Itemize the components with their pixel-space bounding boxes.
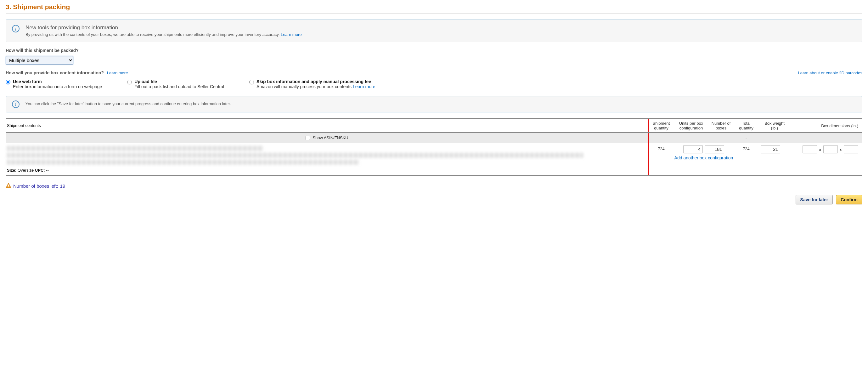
redacted-text: [7, 146, 263, 151]
packed-question: How will this shipment be packed?: [6, 48, 862, 53]
radio-upload-desc: Fill out a pack list and upload to Selle…: [134, 84, 224, 89]
dim-height-input[interactable]: [844, 145, 858, 153]
warning-icon: [6, 183, 11, 189]
radio-upload-file[interactable]: Upload file Fill out a pack list and upl…: [127, 79, 224, 89]
provide-learn-more-link[interactable]: Learn more: [107, 70, 128, 75]
show-asin-label: Show ASIN/FNSKU: [312, 136, 348, 140]
size-value: Oversize: [17, 168, 35, 173]
header-weight: Box weight (lb.): [759, 119, 790, 132]
radio-upload-input[interactable]: [127, 80, 132, 84]
section-title: 3. Shipment packing: [6, 3, 862, 13]
save-for-later-button[interactable]: Save for later: [796, 195, 833, 204]
info-box-save: i You can click the "Save for later" but…: [6, 96, 862, 113]
learn-more-link[interactable]: Learn more: [281, 32, 302, 37]
table-sub-row: Show ASIN/FNSKU -: [6, 133, 862, 143]
redacted-text: [7, 160, 359, 165]
row-totalqty: 724: [734, 143, 759, 175]
svg-rect-6: [8, 186, 9, 187]
row-shipqty: 724: [649, 143, 674, 175]
radio-web-title: Use web form: [13, 79, 102, 84]
svg-text:i: i: [15, 26, 17, 32]
radio-group: Use web form Enter box information into …: [6, 79, 862, 89]
provide-question: How will you provide box content informa…: [6, 70, 104, 75]
header-totalqty: Total quantity: [734, 119, 759, 132]
confirm-button[interactable]: Confirm: [836, 195, 862, 204]
dim-separator: x: [819, 147, 822, 152]
info-desc-text: By providing us with the contents of you…: [26, 32, 281, 37]
info-save-text: You can click the "Save for later" butto…: [26, 100, 231, 106]
radio-skip[interactable]: Skip box information and apply manual pr…: [249, 79, 375, 89]
info-title: New tools for providing box information: [26, 25, 302, 31]
add-box-config-link[interactable]: Add another box configuration: [674, 155, 734, 160]
table-row: Size: Oversize UPC: -- 724 Add another b…: [6, 143, 862, 176]
info-icon: i: [12, 25, 20, 33]
header-unitsper: Units per box configuration: [674, 119, 708, 132]
dim-width-input[interactable]: [823, 145, 838, 153]
header-numbox: Number of boxes: [708, 119, 734, 132]
radio-skip-learn-more[interactable]: Learn more: [353, 84, 375, 89]
info-icon: i: [12, 100, 20, 108]
size-line: Size: Oversize UPC: --: [7, 168, 647, 173]
radio-skip-desc: Amazon will manually process your box co…: [256, 84, 375, 89]
header-dims: Box dimensions (in.): [790, 119, 862, 132]
units-per-box-input[interactable]: [683, 145, 703, 153]
svg-text:i: i: [15, 101, 17, 108]
table-header-row: Shipment contents Shipment quantity Unit…: [6, 119, 862, 133]
size-label: Size:: [7, 168, 17, 173]
boxes-left-label: Number of boxes left:: [13, 183, 58, 189]
info-desc: By providing us with the contents of you…: [26, 32, 302, 37]
boxes-left-value: 19: [60, 183, 65, 189]
show-asin-checkbox[interactable]: [306, 136, 310, 140]
radio-web-form[interactable]: Use web form Enter box information into …: [6, 79, 102, 89]
radio-skip-desc-text: Amazon will manually process your box co…: [256, 84, 353, 89]
packed-select[interactable]: Multiple boxes: [6, 56, 73, 65]
redacted-text: [7, 153, 583, 158]
boxes-left: Number of boxes left: 19: [6, 183, 862, 189]
sub-totalqty-dash: -: [734, 133, 759, 143]
footer-buttons: Save for later Confirm: [6, 195, 862, 204]
radio-web-form-input[interactable]: [6, 80, 10, 84]
number-of-boxes-input[interactable]: [705, 145, 724, 153]
dim-length-input[interactable]: [803, 145, 817, 153]
radio-skip-input[interactable]: [249, 80, 254, 84]
barcode-link[interactable]: Learn about or enable 2D barcodes: [798, 70, 862, 75]
dim-separator: x: [840, 147, 842, 152]
upc-label: UPC:: [35, 168, 45, 173]
box-weight-input[interactable]: [761, 145, 780, 153]
svg-rect-5: [8, 184, 9, 186]
shipment-table: Shipment contents Shipment quantity Unit…: [6, 118, 862, 176]
info-box-tools: i New tools for providing box informatio…: [6, 19, 862, 42]
radio-skip-title: Skip box information and apply manual pr…: [256, 79, 375, 84]
header-contents: Shipment contents: [6, 119, 648, 132]
upc-value: --: [45, 168, 49, 173]
header-shipqty: Shipment quantity: [649, 119, 674, 132]
radio-web-desc: Enter box information into a form on web…: [13, 84, 102, 89]
radio-upload-title: Upload file: [134, 79, 224, 84]
